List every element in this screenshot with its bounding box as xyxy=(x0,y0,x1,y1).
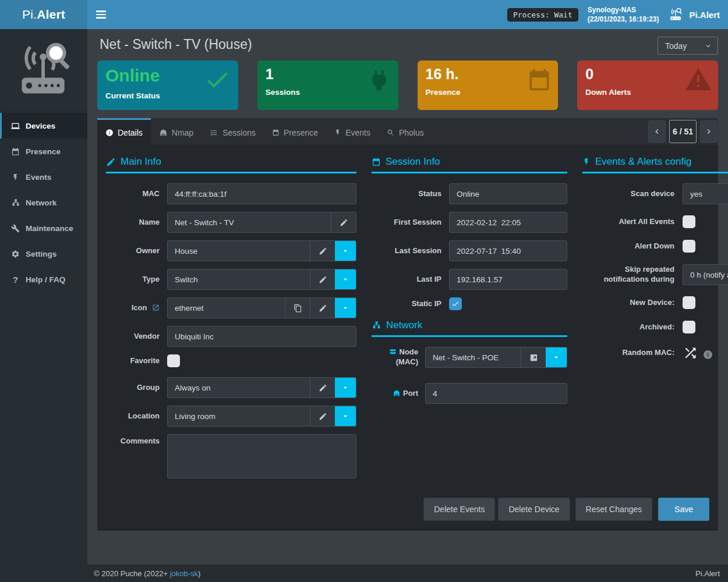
owner-dropdown-button[interactable] xyxy=(335,241,356,261)
skip-notifications-select[interactable]: 0 h (notify all events) xyxy=(683,265,728,285)
period-selector[interactable]: Today xyxy=(658,37,718,55)
tab-label: Details xyxy=(118,128,143,137)
comments-textarea[interactable] xyxy=(167,434,356,478)
location-dropdown-button[interactable] xyxy=(335,406,356,426)
status-input[interactable] xyxy=(450,184,567,204)
scan-device-label: Scan device xyxy=(582,189,674,199)
first-session-input[interactable] xyxy=(450,212,567,232)
edit-name-button[interactable] xyxy=(331,212,356,232)
delete-events-button[interactable]: Delete Events xyxy=(423,498,495,521)
plug-icon xyxy=(366,66,393,95)
sidebar-item-devices[interactable]: Devices xyxy=(0,113,87,139)
last-session-input[interactable] xyxy=(450,241,567,261)
sidebar-item-presence[interactable]: Presence xyxy=(0,139,87,164)
external-link-icon[interactable] xyxy=(152,304,160,311)
open-node-button[interactable] xyxy=(521,347,546,367)
location-input[interactable] xyxy=(168,406,310,426)
tab-events[interactable]: Events xyxy=(326,118,379,145)
edit-location-button[interactable] xyxy=(310,406,335,426)
sidebar-item-events[interactable]: Events xyxy=(0,164,87,190)
shuffle-icon xyxy=(683,345,698,361)
group-dropdown-button[interactable] xyxy=(335,378,356,398)
caret-down-icon xyxy=(341,246,350,255)
new-device-checkbox[interactable] xyxy=(683,296,695,309)
reset-changes-button[interactable]: Reset Changes xyxy=(575,498,653,521)
group-label: Group xyxy=(106,383,160,393)
next-device-button[interactable] xyxy=(700,120,718,143)
node-dropdown-button[interactable] xyxy=(546,347,567,367)
first-session-label: First Session xyxy=(372,218,441,228)
sitemap-icon xyxy=(10,198,20,207)
calendar-icon xyxy=(372,157,381,166)
tab-nmap[interactable]: Nmap xyxy=(151,118,202,145)
new-device-label: New Device: xyxy=(582,298,674,308)
skip-notifications-label: Skip repeated notifications during xyxy=(582,265,674,285)
sidebar: Devices Presence Events Network Maintena… xyxy=(0,29,87,582)
owner-input[interactable] xyxy=(168,241,310,261)
footer-copyright: © 2020 Puche (2022+ jokob-sk) xyxy=(94,569,200,578)
archived-checkbox[interactable] xyxy=(683,321,695,333)
tab-pholus[interactable]: Pholus xyxy=(379,118,432,145)
prev-device-button[interactable] xyxy=(648,120,666,143)
calendar-icon xyxy=(10,147,20,156)
app-name: Pi.Alert xyxy=(689,10,720,20)
copy-icon-button[interactable] xyxy=(285,298,310,318)
sidebar-item-maintenance[interactable]: Maintenance xyxy=(0,215,87,241)
name-input[interactable] xyxy=(168,212,331,232)
group-input[interactable] xyxy=(168,378,310,398)
save-button[interactable]: Save xyxy=(658,498,709,521)
port-input[interactable] xyxy=(426,384,567,403)
card-presence[interactable]: 16 h. Presence xyxy=(418,61,559,110)
tab-sessions[interactable]: Sessions xyxy=(202,118,264,145)
sidebar-item-network[interactable]: Network xyxy=(0,190,87,215)
icon-input[interactable] xyxy=(168,298,285,318)
app-menu[interactable]: Pi.Alert xyxy=(668,8,720,22)
sitemap-icon xyxy=(372,321,381,330)
alert-all-events-checkbox[interactable] xyxy=(683,215,695,228)
network-title: Network xyxy=(372,320,567,337)
edit-type-button[interactable] xyxy=(310,269,335,289)
tab-presence[interactable]: Presence xyxy=(264,118,326,145)
icon-dropdown-button[interactable] xyxy=(335,298,356,318)
jokob-sk-link[interactable]: jokob-sk xyxy=(170,569,198,578)
warning-icon xyxy=(684,66,712,94)
edit-owner-button[interactable] xyxy=(310,241,335,261)
list-ol-icon xyxy=(210,129,218,137)
pencil-icon xyxy=(319,275,327,284)
network-section: Network Node (MAC) Net - Switch - POE xyxy=(372,320,567,404)
info-tooltip-icon[interactable]: i xyxy=(704,350,712,359)
static-ip-checkbox[interactable] xyxy=(449,297,462,310)
favorite-checkbox[interactable] xyxy=(167,354,180,367)
sidebar-item-help[interactable]: ? Help / FAQ xyxy=(0,267,87,292)
check-icon xyxy=(202,66,232,94)
delete-device-button[interactable]: Delete Device xyxy=(498,498,570,521)
type-input[interactable] xyxy=(168,269,310,289)
caret-down-icon xyxy=(341,411,350,421)
card-sessions[interactable]: 1 Sessions xyxy=(257,61,398,110)
check-icon xyxy=(451,300,460,308)
tab-details[interactable]: Details xyxy=(97,118,151,145)
alert-down-checkbox[interactable] xyxy=(683,240,695,253)
caret-down-icon xyxy=(341,303,350,313)
type-dropdown-button[interactable] xyxy=(335,269,356,289)
sidebar-item-label: Events xyxy=(26,173,51,182)
card-current-status[interactable]: Online Current Status xyxy=(97,61,238,110)
chevron-right-icon xyxy=(704,127,713,136)
node-mac-select[interactable]: Net - Switch - POE xyxy=(426,347,521,367)
events-alerts-title: Events & Alerts config xyxy=(582,156,728,173)
chevron-down-icon xyxy=(704,42,712,50)
last-ip-input[interactable] xyxy=(450,269,567,289)
edit-icon-button[interactable] xyxy=(310,298,335,318)
sidebar-item-label: Help / FAQ xyxy=(26,275,65,284)
brand-logo[interactable]: Pi.Alert xyxy=(0,0,87,29)
vendor-input[interactable] xyxy=(168,327,356,346)
sidebar-toggle-button[interactable] xyxy=(87,0,114,29)
edit-group-button[interactable] xyxy=(310,378,335,398)
tab-label: Events xyxy=(345,128,370,137)
scan-device-select[interactable]: yes xyxy=(683,184,728,204)
mac-input[interactable] xyxy=(168,184,356,204)
card-down-alerts[interactable]: 0 Down Alerts xyxy=(577,61,718,110)
sidebar-item-label: Settings xyxy=(26,250,56,258)
tab-label: Nmap xyxy=(172,128,193,137)
sidebar-item-settings[interactable]: Settings xyxy=(0,241,87,267)
